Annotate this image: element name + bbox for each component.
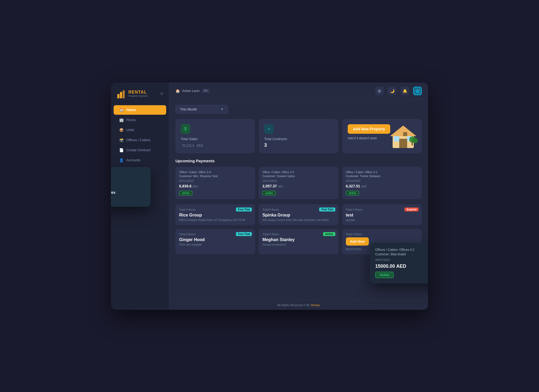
- payment-status-badge: active: [262, 191, 276, 195]
- footer-brand[interactable]: Vensys: [311, 303, 320, 307]
- svg-rect-5: [399, 139, 407, 148]
- payment-amount: 6,327.51 AED: [346, 184, 418, 188]
- period-filter[interactable]: This Month ▼: [175, 105, 228, 114]
- payment-card: Office / Cabin: Office 2-4 Customer: Mrs…: [175, 167, 255, 199]
- stats-row: $ Total Sales 76,122.4 AED + Total Contr…: [175, 119, 422, 153]
- payment-card: Office / Cabin: Office 4-1 Customer: Tur…: [342, 167, 422, 199]
- payment-amount: 6,839.6 AED: [179, 184, 251, 188]
- property-floors: Total 0 floors: [346, 233, 418, 236]
- payment-status-badge: active: [346, 191, 359, 195]
- header-user: 🏠 Asher Leon ⌘K: [175, 89, 210, 93]
- svg-rect-6: [394, 136, 399, 141]
- add-property-description: Add if it doesn't exist.: [348, 136, 378, 140]
- property-status-badge: Active: [323, 232, 335, 236]
- power-button[interactable]: ⏻: [413, 87, 422, 95]
- floating-date: 08/07/2023: [375, 258, 428, 261]
- property-card: Expired Total 0 floors test ytuytufu: [342, 204, 422, 225]
- sidebar-item-offices-/-cabins[interactable]: 🗃️Offices / Cabins: [114, 135, 166, 145]
- footer: All Rights Reserved © By Vensys: [169, 300, 428, 310]
- add-new-button[interactable]: Add New: [346, 237, 369, 246]
- property-address: Porro sint voluptate: [179, 243, 251, 246]
- property-address: ytuytufu: [346, 219, 418, 222]
- nav-icon: 🏠: [119, 108, 124, 112]
- floating-sales-label: Total Sales: [111, 190, 144, 195]
- total-sales-card: $ Total Sales 76,122.4 AED: [175, 119, 255, 153]
- floating-status-badge: Active: [375, 272, 394, 278]
- logo-subtitle: Property System: [128, 95, 148, 97]
- filter-label: This Month: [180, 107, 197, 111]
- sidebar-item-accounts[interactable]: 👤Accounts: [114, 155, 166, 165]
- payment-customer: Customer: Mrs. Shyanne Yost: [179, 174, 251, 178]
- grid-icon-button[interactable]: ⊞: [375, 87, 384, 95]
- nav-icon: 📦: [119, 128, 124, 132]
- contracts-label: Total Contracts: [264, 137, 333, 141]
- svg-rect-0: [117, 94, 119, 98]
- nav-label: Floors: [126, 118, 136, 122]
- property-card: Free Trial Total 0 floors Ginger Hood Po…: [175, 229, 255, 254]
- payment-card: Office / Cabin: Office 2-2 Customer: Xza…: [259, 167, 338, 199]
- property-name: Meghan Stanley: [262, 237, 334, 242]
- property-status-badge: Free Trial: [236, 207, 252, 211]
- floating-sales-value: 500 AED: [111, 196, 144, 200]
- user-icon: 🏠: [175, 89, 180, 93]
- nav-icon: 🗃️: [119, 138, 124, 142]
- payment-office: Office / Cabin: Office 2-4: [179, 170, 251, 174]
- logo-text: RENTAL Property System: [128, 90, 148, 97]
- payment-status-badge: active: [179, 191, 192, 195]
- property-status-badge: Expired: [405, 207, 419, 211]
- nav-list: 🏠Home🏢Floors📦Units🗃️Offices / Cabins📄Cre…: [111, 105, 169, 165]
- contracts-value: 3: [264, 142, 333, 148]
- total-contracts-card: + Total Contracts 3: [259, 119, 338, 153]
- nav-icon: 📄: [119, 148, 124, 152]
- payment-date: 10/11/2023: [346, 179, 418, 182]
- property-card: Free Trial Total 5 floors Rice Group 685…: [175, 204, 255, 225]
- filter-bar: This Month ▼: [175, 105, 422, 114]
- nav-label: Create Contract: [126, 148, 151, 152]
- sidebar-item-units[interactable]: 📦Units: [114, 125, 166, 135]
- payment-office: Office / Cabin: Office 4-1: [346, 170, 418, 174]
- footer-text: All Rights Reserved © By: [277, 303, 311, 307]
- payment-amount: 2,057.37 AED: [262, 184, 334, 188]
- notifications-button[interactable]: 🔔: [401, 87, 409, 95]
- payments-grid: Office / Cabin: Office 2-4 Customer: Mrs…: [175, 167, 422, 199]
- logo-rental: RENTAL: [128, 90, 148, 95]
- dark-mode-button[interactable]: 🌙: [388, 87, 396, 95]
- nav-icon: 🏢: [119, 118, 124, 122]
- property-status-badge: Free Trial: [236, 232, 252, 236]
- payment-date: 10/11/2023: [262, 179, 334, 182]
- upcoming-payments-section: Upcoming Payments Office / Cabin: Office…: [175, 159, 422, 199]
- property-address: Est quo occaecat ut: [262, 243, 334, 246]
- nav-label: Home: [126, 108, 136, 112]
- house-illustration: [387, 122, 419, 148]
- upcoming-payments-title: Upcoming Payments: [175, 159, 422, 163]
- floating-card-contract: Offices / Cabins: Offices 4.2 Customer: …: [370, 243, 428, 283]
- header-actions: ⊞ 🌙 🔔 ⏻: [375, 87, 422, 95]
- header: 🏠 Asher Leon ⌘K ⊞ 🌙 🔔 ⏻: [169, 82, 428, 100]
- payment-customer: Customer: Xzavier Upton: [262, 174, 334, 178]
- add-property-card: Add New Property Add if it doesn't exist…: [342, 119, 422, 153]
- property-card: Active Total 0 floors Meghan Stanley Est…: [259, 229, 338, 254]
- floating-customer-label: Customer: Bilal khalid: [375, 252, 428, 256]
- svg-rect-1: [120, 92, 122, 98]
- svg-point-10: [412, 138, 418, 143]
- user-name: Asher Leon: [182, 89, 200, 93]
- sidebar-item-create-contract[interactable]: 📄Create Contract: [114, 145, 166, 155]
- sales-value: 76,122.4 AED: [181, 142, 249, 148]
- property-address: 930 Jovany Corner Suite 184 Lake Grovert…: [262, 219, 334, 222]
- svg-rect-8: [403, 132, 407, 136]
- payment-office: Office / Cabin: Office 2-2: [262, 170, 334, 174]
- settings-icon[interactable]: ⚙: [160, 91, 164, 96]
- svg-rect-11: [412, 142, 413, 145]
- app-wrapper: $ Total Sales 500 AED RENTAL Property Sy…: [111, 82, 428, 310]
- nav-label: Accounts: [126, 158, 140, 162]
- property-address: 6855 Considine Roads Suite 147 Sengerbur…: [179, 219, 251, 222]
- property-name: test: [346, 213, 418, 218]
- sidebar-item-home[interactable]: 🏠Home: [114, 105, 166, 115]
- property-card: Free Trial Total 5 floors Spinka Group 9…: [259, 204, 338, 225]
- sidebar-item-floors[interactable]: 🏢Floors: [114, 115, 166, 125]
- floating-office-label: Offices / Cabins: Offices 4.2: [375, 248, 428, 252]
- property-status-badge: Free Trial: [319, 207, 335, 211]
- add-new-property-button[interactable]: Add New Property: [348, 124, 390, 134]
- property-name: Rice Group: [179, 213, 251, 218]
- floating-card-total-sales: $ Total Sales 500 AED: [111, 167, 151, 207]
